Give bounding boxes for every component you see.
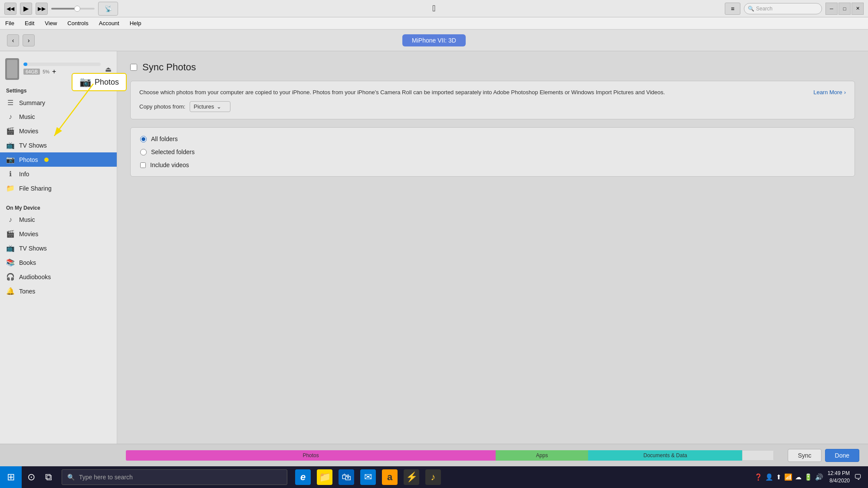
sidebar-item-photos[interactable]: 📷 Photos <box>0 152 117 167</box>
slider-track[interactable] <box>51 8 95 10</box>
sidebar-item-info[interactable]: ℹ Info <box>0 167 117 181</box>
network-icon[interactable]: ⬆ <box>776 473 782 481</box>
taskbar-search-box[interactable]: 🔍 Type here to search <box>62 469 287 485</box>
tones-device-icon: 🔔 <box>6 287 15 295</box>
search-icon: 🔍 <box>748 6 754 12</box>
slider-thumb[interactable] <box>74 6 80 12</box>
all-folders-label: All folders <box>151 135 178 142</box>
rewind-button[interactable]: ◀◀ <box>4 3 16 15</box>
device-bar: 64GB 5% + <box>23 63 101 76</box>
all-folders-option[interactable]: All folders <box>140 135 845 142</box>
taskview-button[interactable]: ⧉ <box>41 469 56 485</box>
sidebar-item-label-movies-device: Movies <box>19 231 38 237</box>
itunes-icon[interactable]: ♪ <box>425 469 441 485</box>
cloud-icon[interactable]: ☁ <box>795 473 802 481</box>
menu-help[interactable]: Help <box>128 19 143 27</box>
play-button[interactable]: ▶ <box>20 3 32 15</box>
music-icon: ♪ <box>6 113 15 121</box>
sidebar-item-tv-shows-device[interactable]: 📺 TV Shows <box>0 241 117 255</box>
volume-slider <box>51 8 95 10</box>
copy-from-dropdown[interactable]: Pictures ⌄ <box>190 101 230 112</box>
selected-folders-radio[interactable] <box>140 149 147 155</box>
action-buttons: Sync Done <box>788 449 859 462</box>
list-view-button[interactable]: ≡ <box>725 3 740 15</box>
close-button[interactable]: ✕ <box>852 3 864 15</box>
battery-icon[interactable]: 🔋 <box>804 473 812 481</box>
storage-bar <box>23 63 101 66</box>
question-icon[interactable]: ❓ <box>754 473 763 481</box>
storage-size-badge: 64GB <box>23 69 40 75</box>
all-folders-radio[interactable] <box>140 136 147 142</box>
sidebar-item-tones-device[interactable]: 🔔 Tones <box>0 284 117 298</box>
sidebar-item-summary[interactable]: ☰ Summary <box>0 96 117 110</box>
sync-photos-checkbox[interactable] <box>130 64 137 71</box>
restore-button[interactable]: □ <box>838 3 851 15</box>
menu-file[interactable]: File <box>3 19 16 27</box>
eject-button[interactable]: ⏏ <box>105 65 112 73</box>
tv-shows-device-icon: 📺 <box>6 244 15 252</box>
sidebar-item-file-sharing[interactable]: 📁 File Sharing <box>0 181 117 195</box>
menu-controls[interactable]: Controls <box>66 19 90 27</box>
search-box[interactable]: 🔍 Search <box>744 3 822 14</box>
forward-button[interactable]: ▶▶ <box>36 3 48 15</box>
nav-back-button[interactable]: ‹ <box>7 34 19 46</box>
done-button[interactable]: Done <box>825 449 859 462</box>
mail-icon[interactable]: ✉ <box>360 469 376 485</box>
taskbar: ⊞ ⊙ ⧉ 🔍 Type here to search e 📁 🛍 ✉ a ⚡ … <box>0 466 868 488</box>
sidebar-item-music[interactable]: ♪ Music <box>0 110 117 124</box>
menu-edit[interactable]: Edit <box>23 19 36 27</box>
add-icon[interactable]: + <box>52 68 56 76</box>
include-videos-option[interactable]: Include videos <box>140 162 845 168</box>
people-icon[interactable]: 👤 <box>765 473 773 481</box>
sync-button[interactable]: Sync <box>788 449 821 462</box>
device-button[interactable]: MiPhone VII: 3D <box>402 34 466 46</box>
folder-icon[interactable]: 📁 <box>317 469 332 485</box>
airplay-button[interactable]: 📡 <box>98 2 118 16</box>
minimize-button[interactable]: ─ <box>825 3 838 15</box>
taskbar-right: ❓ 👤 ⬆ 📶 ☁ 🔋 🔊 12:49 PM 8/4/2020 🗨 <box>748 470 868 485</box>
storage-bar-wrapper: Photos Apps Documents & Data Sync Done <box>0 449 868 462</box>
taskbar-left-icons: ⊙ ⧉ <box>22 469 58 485</box>
learn-more-label: Learn More <box>813 88 842 97</box>
taskbar-clock: 12:49 PM 8/4/2020 <box>828 470 850 485</box>
apple-logo:  <box>432 3 435 13</box>
selected-folders-label: Selected folders <box>151 148 194 155</box>
amazon-icon[interactable]: a <box>382 469 398 485</box>
sidebar-item-tv-shows[interactable]: 📺 TV Shows <box>0 138 117 152</box>
segment-photos-label: Photos <box>302 452 319 458</box>
volume-icon[interactable]: 🔊 <box>815 473 823 481</box>
sidebar-item-label-music: Music <box>19 113 35 120</box>
store-icon[interactable]: 🛍 <box>339 469 354 485</box>
menu-view[interactable]: View <box>43 19 59 27</box>
menu-account[interactable]: Account <box>97 19 121 27</box>
sidebar-item-books-device[interactable]: 📚 Books <box>0 255 117 270</box>
sidebar-item-audiobooks-device[interactable]: 🎧 Audiobooks <box>0 270 117 284</box>
sidebar-item-label-tv-shows: TV Shows <box>19 142 47 149</box>
cortana-button[interactable]: ⊙ <box>23 469 39 485</box>
search-placeholder: Search <box>756 6 773 12</box>
sidebar-item-movies-device[interactable]: 🎬 Movies <box>0 227 117 241</box>
storage-fill <box>23 63 27 66</box>
edge-icon[interactable]: e <box>295 469 311 485</box>
sync-photos-title: Sync Photos <box>142 62 196 73</box>
sidebar-item-movies[interactable]: 🎬 Movies <box>0 124 117 138</box>
menu-bar: File Edit View Controls Account Help <box>0 17 868 30</box>
segment-apps: Apps <box>496 450 588 461</box>
sidebar-item-music-device[interactable]: ♪ Music <box>0 213 117 227</box>
nav-forward-button[interactable]: › <box>23 34 35 46</box>
content-area: Sync Photos Choose which photos from you… <box>117 51 868 444</box>
lightning-icon[interactable]: ⚡ <box>404 469 419 485</box>
start-button[interactable]: ⊞ <box>0 466 22 488</box>
sidebar-item-label-tv-shows-device: TV Shows <box>19 245 47 252</box>
storage-percent: 5% <box>43 69 49 74</box>
include-videos-checkbox[interactable] <box>140 162 146 168</box>
copy-from-value: Pictures <box>194 102 214 111</box>
on-my-device-section-label: On My Device <box>0 201 117 213</box>
wifi-icon[interactable]: 📶 <box>784 473 792 481</box>
segment-docs-label: Documents & Data <box>643 452 687 458</box>
selected-folders-option[interactable]: Selected folders <box>140 148 845 155</box>
music-device-icon: ♪ <box>6 216 15 224</box>
title-bar: ◀◀ ▶ ▶▶ 📡  ≡ 🔍 Search ─ □ ✕ <box>0 0 868 17</box>
learn-more-link[interactable]: Learn More › <box>813 88 846 97</box>
notification-icon[interactable]: 🗨 <box>854 473 862 482</box>
